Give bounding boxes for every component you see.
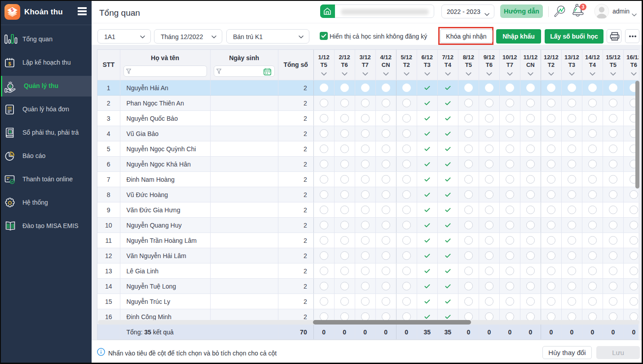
svg-text:3: 3 bbox=[582, 4, 585, 9]
svg-text:$: $ bbox=[9, 84, 12, 89]
svg-text:$: $ bbox=[9, 130, 11, 134]
svg-text:$: $ bbox=[8, 61, 11, 66]
